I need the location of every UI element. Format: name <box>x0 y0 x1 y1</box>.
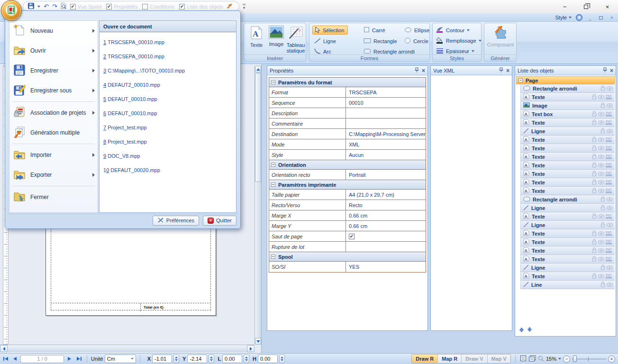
pin-icon[interactable] <box>499 67 503 73</box>
remplissage-button[interactable]: Remplissage <box>436 36 482 45</box>
circle-tool-button[interactable]: Cercle <box>404 36 428 46</box>
visibility-eye-icon[interactable] <box>598 214 604 219</box>
visibility-eye-icon[interactable] <box>598 146 604 151</box>
menu-item-ouvrir[interactable]: Ouvrir <box>9 41 98 61</box>
visibility-eye-icon[interactable] <box>598 111 604 117</box>
checkbox-icon[interactable]: ✔ <box>70 4 76 9</box>
property-value[interactable]: 0.66 cm <box>346 221 426 231</box>
single-page-view-icon[interactable] <box>520 355 527 363</box>
last-page-button[interactable] <box>75 355 83 363</box>
property-value[interactable] <box>346 242 426 252</box>
object-row[interactable]: ATexteFNT <box>521 187 615 195</box>
visibility-eye-icon[interactable] <box>607 205 613 211</box>
redo-icon[interactable]: ↷ <box>52 3 57 9</box>
visibility-eye-icon[interactable] <box>598 171 604 177</box>
pin-icon[interactable] <box>415 67 419 73</box>
lock-icon[interactable] <box>592 247 597 254</box>
property-value[interactable]: XML <box>346 139 426 149</box>
font-fnt-icon[interactable]: FNT <box>606 154 613 160</box>
property-value[interactable] <box>346 108 426 118</box>
visibility-eye-icon[interactable] <box>598 188 604 194</box>
font-fnt-icon[interactable]: FNT <box>606 119 613 126</box>
multi-page-view-icon[interactable] <box>528 355 536 363</box>
object-row[interactable]: ATexteFNT <box>521 144 615 153</box>
visibility-eye-icon[interactable] <box>598 256 604 262</box>
undo-icon[interactable]: ↶ <box>44 3 49 9</box>
object-row[interactable]: Ligne <box>521 204 615 212</box>
visibility-eye-icon[interactable] <box>607 103 613 109</box>
property-value[interactable]: C:\Mapping\M-Processing Server\ <box>346 129 426 139</box>
recent-document-link[interactable]: 8 Project_test.mpp <box>103 135 236 149</box>
recent-document-link[interactable]: 5 DEFAUT_00010.mpp <box>103 92 236 106</box>
customize-qat-icon[interactable]: ═▾ <box>241 3 247 9</box>
coordinate-field-input[interactable]: -2.14 <box>187 355 207 363</box>
font-fnt-icon[interactable]: FNT <box>606 145 613 152</box>
lock-icon[interactable] <box>592 256 597 263</box>
collapse-icon[interactable]: − <box>271 80 275 84</box>
visibility-eye-icon[interactable] <box>598 239 604 245</box>
object-row[interactable]: Ligne <box>521 127 615 136</box>
child-minimize-button[interactable]: _ <box>587 15 593 20</box>
property-section-header[interactable]: −Orientation <box>269 160 426 170</box>
collapse-icon[interactable]: − <box>271 163 275 167</box>
property-value[interactable]: Portrait <box>346 170 426 180</box>
property-value[interactable]: A4 (21,0 x 29,7 cm) <box>346 190 426 200</box>
object-row[interactable]: ATexteFNT <box>521 136 615 144</box>
object-row[interactable]: ATexteFNT <box>521 229 615 238</box>
close-button[interactable]: × <box>597 0 618 13</box>
font-fnt-icon[interactable]: FNT <box>606 179 613 186</box>
zoom-in-button[interactable]: + <box>608 355 615 363</box>
lock-icon[interactable] <box>600 196 605 203</box>
menu-item-fermer[interactable]: Fermer <box>9 187 98 207</box>
visibility-eye-icon[interactable] <box>598 231 604 237</box>
property-value[interactable] <box>346 118 426 128</box>
qat-toggle-liste-des-objets[interactable]: ✔Liste des objets <box>179 4 223 9</box>
save-dropdown-icon[interactable] <box>37 6 40 8</box>
vertical-scroll-thumb[interactable] <box>255 73 261 182</box>
visibility-eye-icon[interactable] <box>598 180 604 185</box>
previous-page-button[interactable] <box>11 355 19 363</box>
coordinate-field-input[interactable]: 0.00 <box>258 355 278 363</box>
visibility-eye-icon[interactable] <box>607 282 613 288</box>
collapse-icon[interactable]: − <box>271 182 275 187</box>
horizontal-scrollbar[interactable] <box>0 345 254 352</box>
object-row[interactable]: Image <box>521 101 615 110</box>
property-value[interactable]: Aucun <box>346 150 426 160</box>
object-row[interactable]: Rectangle arrondi <box>521 84 615 93</box>
coordinate-field-input[interactable]: 0.00 <box>222 355 242 363</box>
lock-icon[interactable] <box>592 119 597 126</box>
qat-toggle-vue-spool[interactable]: ✔Vue Spool <box>70 4 101 9</box>
lock-icon[interactable] <box>592 273 597 280</box>
zoom-magnifier-icon[interactable] <box>538 355 544 363</box>
recent-document-link[interactable]: 6 DEFAUT_00010.mpp <box>103 106 236 120</box>
unit-select[interactable]: Cm <box>105 355 136 363</box>
preview-icon[interactable] <box>61 3 67 10</box>
insert-static-table-button[interactable]: Tableaustatique <box>286 26 306 54</box>
property-value[interactable]: ✔ <box>346 231 426 241</box>
visibility-eye-icon[interactable] <box>598 120 604 126</box>
object-row[interactable]: Ligne <box>521 264 615 272</box>
visibility-eye-icon[interactable] <box>598 137 604 143</box>
object-row[interactable]: ATexteFNT <box>521 212 615 221</box>
mode-button-draw-r[interactable]: Draw R <box>412 355 438 363</box>
close-panel-icon[interactable]: × <box>506 68 509 73</box>
visibility-eye-icon[interactable] <box>607 86 613 91</box>
object-row[interactable]: Ligne <box>521 221 615 229</box>
scroll-left-button[interactable] <box>0 345 8 352</box>
ellipse-tool-button[interactable]: Ellipse <box>404 26 429 35</box>
menu-item-génération-multiple[interactable]: Génération multiple <box>9 123 98 143</box>
contour-button[interactable]: Contour <box>436 26 470 35</box>
object-tree-root-page[interactable]: −Page <box>516 76 615 84</box>
font-fnt-icon[interactable]: FNT <box>606 162 613 169</box>
spinner-buttons[interactable] <box>279 355 285 363</box>
menu-item-nouveau[interactable]: Nouveau <box>9 21 98 41</box>
first-page-button[interactable] <box>1 355 9 363</box>
object-row[interactable]: ATexteFNT <box>521 93 615 101</box>
property-value[interactable]: YES <box>346 262 426 272</box>
next-page-button[interactable] <box>65 355 73 363</box>
application-orb-button[interactable] <box>1 0 22 21</box>
property-section-header[interactable]: −Paramètres du format <box>269 78 426 87</box>
object-row[interactable]: ATexteFNT <box>521 153 615 161</box>
checkbox-icon[interactable]: ✔ <box>179 4 185 9</box>
checkbox-icon[interactable]: ✔ <box>349 234 354 239</box>
